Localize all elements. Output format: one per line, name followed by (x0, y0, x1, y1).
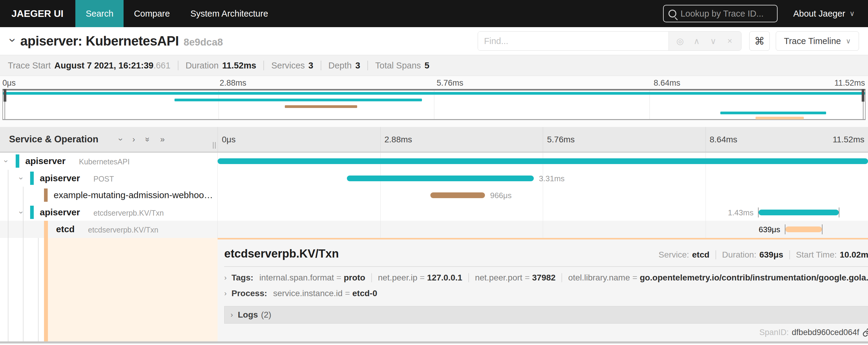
tree-guide-line (8, 187, 8, 204)
tag-value: 127.0.0.1 (427, 273, 462, 283)
find-clear-button[interactable]: × (721, 36, 738, 46)
horizontal-scrollbar[interactable] (0, 341, 868, 344)
spanid-row: SpanID: dfbebd960ced064f (760, 327, 868, 337)
gridline (380, 187, 381, 204)
service-name: apiserver (25, 156, 65, 166)
tag-key: net.peer.port (475, 273, 522, 283)
span-duration-label: 966μs (490, 191, 512, 200)
service-name: etcd (56, 224, 75, 234)
collapse-children-icon[interactable]: › (17, 211, 26, 214)
span-detail-panel: etcdserverpb.KV/Txn Service: etcd Durati… (218, 238, 868, 341)
span-row-etcd-txn-selected[interactable]: etcd etcdserverpb.KV/Txn 639μs (0, 221, 868, 238)
gridline (706, 187, 706, 204)
logs-expander[interactable]: › Logs (2) (224, 306, 868, 324)
tree-guide-line (8, 170, 8, 187)
minimap-span (3, 92, 865, 95)
minimap-left-scrubber[interactable] (4, 89, 6, 102)
stat-value: 5 (425, 61, 430, 70)
service-color-bar (44, 221, 48, 238)
ruler-tick: 8.64ms (710, 135, 738, 144)
operation-name: KubernetesAPI (79, 157, 130, 166)
trace-id-lookup-input[interactable] (681, 9, 772, 19)
detail-left-gutter (0, 238, 218, 341)
gridline (706, 204, 706, 221)
collapse-one-icon[interactable]: › (116, 138, 125, 141)
chevron-down-icon: ∨ (849, 9, 855, 18)
service-color-bar (30, 206, 34, 219)
service-value: etcd (692, 250, 710, 260)
collapse-children-icon[interactable]: › (1, 160, 11, 163)
tag-key: internal.span.format (259, 273, 334, 283)
span-bar[interactable] (430, 193, 485, 198)
tag-value: 37982 (532, 273, 555, 283)
nav-tab-search[interactable]: Search (75, 0, 124, 27)
column-resize-grip[interactable] (213, 142, 216, 149)
stat-label: Services (271, 61, 305, 70)
about-jaeger-label: About Jaeger (793, 9, 845, 19)
collapse-all-icon[interactable]: » (143, 137, 152, 141)
tree-guide-line (23, 238, 24, 341)
span-row-apiserver-etcd-txn[interactable]: › apiserver etcdserverpb.KV/Txn 1.43ms (0, 204, 868, 221)
tree-guide-line (8, 238, 8, 341)
divider (264, 61, 264, 70)
trace-id-lookup[interactable] (663, 5, 778, 22)
trace-stats-bar: Trace Start August 7 2021, 16:21:39 .661… (0, 55, 868, 76)
process-key: service.instance.id (273, 289, 342, 298)
gridline (706, 170, 706, 187)
nav-tab-system-architecture[interactable]: System Architecture (180, 0, 278, 27)
find-input[interactable] (478, 32, 669, 50)
span-bar[interactable] (758, 209, 838, 215)
stat-trace-start: Trace Start August 7 2021, 16:21:39 .661 (8, 61, 170, 70)
minimap-span (175, 98, 422, 101)
service-name: apiserver (40, 173, 80, 183)
about-jaeger-menu[interactable]: About Jaeger ∨ (793, 9, 855, 19)
span-bar[interactable] (218, 158, 868, 164)
operation-name: etcdserverpb.KV/Txn (88, 226, 158, 234)
focus-span-button[interactable]: ◎ (672, 36, 688, 46)
divider (367, 61, 368, 70)
process-value: etcd-0 (352, 289, 377, 298)
operation-name: POST (93, 175, 114, 183)
minimap-right-scrubber[interactable] (862, 89, 864, 102)
find-next-button[interactable]: ∨ (705, 36, 721, 46)
gridline (218, 127, 218, 152)
operation-name: etcdserverpb.KV/Txn (93, 209, 164, 218)
span-bar[interactable] (347, 175, 533, 181)
expand-one-icon[interactable]: › (132, 135, 135, 144)
find-prev-button[interactable]: ∧ (688, 36, 705, 46)
service-operation-title: Service & Operation (9, 134, 98, 145)
timeline-ruler: 0μs 2.88ms 5.76ms 8.64ms 11.52ms (218, 127, 868, 152)
collapse-trace-chevron-icon[interactable]: › (6, 38, 20, 42)
detail-meta: Service: etcd Duration: 639μs Start Time… (658, 250, 868, 260)
divider (561, 273, 562, 282)
trace-view-selector[interactable]: Trace Timeline ∨ (776, 31, 859, 51)
nav-tab-compare[interactable]: Compare (124, 0, 180, 27)
tags-row[interactable]: › Tags: internal.span.format = proto net… (224, 273, 868, 283)
process-row[interactable]: › Process: service.instance.id = etcd-0 (224, 289, 868, 298)
keyboard-shortcuts-button[interactable]: ⌘ (749, 31, 770, 51)
span-row-webhook[interactable]: example-mutating-admission-webhook... 96… (0, 187, 868, 204)
selected-span-highlight (48, 238, 218, 341)
gridline (380, 221, 381, 238)
gridline (434, 90, 434, 119)
span-row-apiserver-post[interactable]: › apiserver POST 3.31ms (0, 170, 868, 187)
duration-label: Duration: (722, 250, 756, 260)
chevron-right-icon: › (224, 274, 227, 282)
divider (468, 273, 469, 282)
tag-item: otel.library.name = go.opentelemetry.io/… (568, 273, 868, 283)
collapse-children-icon[interactable]: › (17, 177, 26, 180)
stat-label: Depth (329, 61, 352, 70)
span-duration-label: 639μs (758, 225, 780, 234)
gridline (380, 127, 381, 152)
trace-minimap[interactable] (0, 89, 868, 121)
copy-link-icon[interactable] (862, 327, 868, 337)
minimap-canvas[interactable] (2, 89, 866, 120)
span-bar[interactable] (785, 227, 822, 232)
stat-value: 3 (355, 61, 360, 70)
span-row-apiserver-kubernetesapi[interactable]: › apiserver KubernetesAPI (0, 152, 868, 170)
tree-guide-line (23, 221, 24, 238)
expand-all-icon[interactable]: » (160, 135, 164, 144)
tag-item: net.peer.port = 37982 (475, 273, 555, 283)
chevron-right-icon: › (230, 311, 233, 319)
gridline (706, 221, 706, 238)
